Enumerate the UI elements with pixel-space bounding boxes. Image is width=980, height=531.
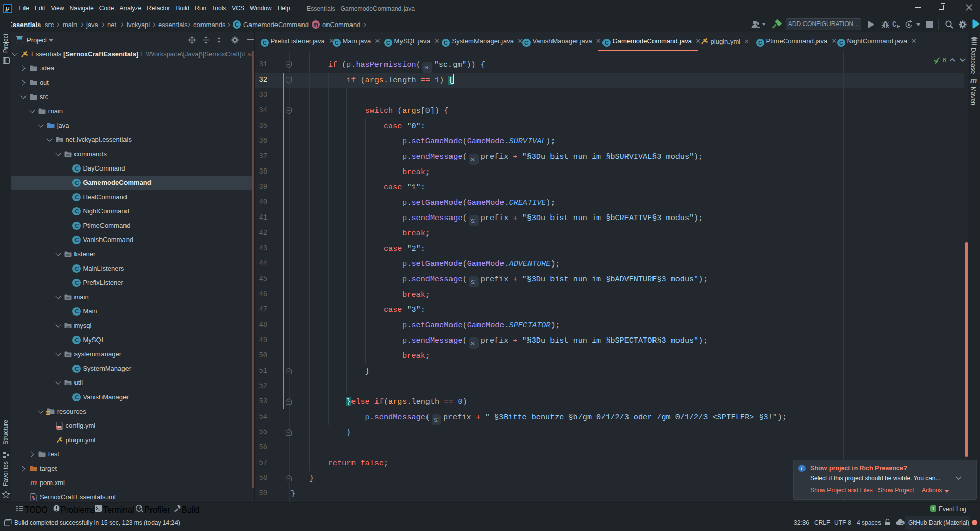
svg-text:YML: YML <box>56 426 62 429</box>
svg-text:IJ: IJ <box>6 6 10 11</box>
